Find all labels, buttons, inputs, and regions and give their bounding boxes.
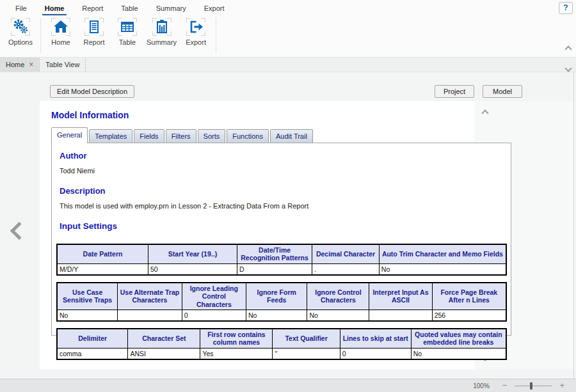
model-tab-general[interactable]: General (51, 127, 88, 143)
collapse-ribbon-chevron-icon[interactable] (566, 43, 571, 54)
description-heading: Description (60, 186, 511, 196)
column-header: Delimiter (57, 329, 128, 348)
description-value: This model is used with employ.prn in Le… (60, 202, 511, 210)
table-ribbon-button[interactable]: Table (111, 18, 144, 46)
column-header: Text Qualifier (273, 329, 340, 348)
document-tab-home[interactable]: Home× (0, 58, 40, 72)
column-header: Decimal Character (312, 244, 380, 263)
ribbon-buttons: OptionsHomeReportTableSummaryExport (0, 15, 576, 55)
zoom-in-button[interactable]: + (559, 382, 564, 389)
report-document-icon (84, 18, 104, 36)
table-value-row: M/D/Y50D.No (57, 263, 506, 275)
value-cell: comma (57, 348, 128, 359)
value-cell: . (312, 263, 380, 275)
menu-file[interactable]: File (13, 2, 29, 15)
gears-icon (11, 18, 30, 36)
menu-table[interactable]: Table (118, 2, 140, 15)
edit-model-description-button[interactable]: Edit Model Description (50, 85, 134, 98)
menu-export[interactable]: Export (202, 2, 227, 15)
author-heading: Author (60, 151, 511, 161)
value-cell: No (57, 310, 118, 321)
value-cell: No (307, 310, 369, 321)
right-edge-divider (573, 72, 574, 379)
ribbon-button-label: Export (186, 38, 206, 46)
menubar: FileHomeReportTableSummaryExport ? (0, 0, 576, 15)
model-tab-audit-trail[interactable]: Audit Trail (270, 129, 313, 143)
ribbon-group-separator (40, 18, 41, 53)
model-information-title: Model Information (51, 110, 514, 120)
value-cell: Yes (200, 348, 273, 359)
value-cell: ANSI (128, 348, 200, 359)
column-header: Use Case Sensitive Traps (57, 283, 118, 310)
input-settings-table-1: Date PatternStart Year (19..)Date/Time R… (56, 244, 507, 276)
scroll-up-chevron-icon[interactable] (481, 109, 488, 116)
table-value-row: No 0NoNo 256 (57, 310, 506, 321)
ribbon: FileHomeReportTableSummaryExport ? Optio… (0, 0, 576, 58)
export-arrow-icon (186, 18, 205, 36)
menu-items: FileHomeReportTableSummaryExport (6, 2, 233, 15)
table-header-row: Date PatternStart Year (19..)Date/Time R… (57, 244, 506, 263)
statusbar: 100% − + (0, 379, 576, 392)
document-tabbar: Home×Table View (0, 58, 576, 72)
zoom-slider[interactable] (515, 386, 552, 386)
model-tab-fields[interactable]: Fields (134, 129, 164, 143)
table-header-row: DelimiterCharacter SetFirst row contains… (57, 329, 506, 348)
ribbon-button-label: Summary (147, 38, 177, 46)
options-ribbon-button[interactable]: Options (4, 18, 37, 46)
column-header: Date Pattern (57, 244, 148, 263)
input-settings-heading: Input Settings (60, 221, 511, 231)
column-header: Interpret Input As ASCII (369, 283, 432, 310)
export-ribbon-button[interactable]: Export (179, 18, 212, 46)
model-button[interactable]: Model (483, 85, 522, 98)
menu-home[interactable]: Home (42, 2, 67, 15)
chevron-down-icon (564, 65, 572, 72)
model-tab-filters[interactable]: Filters (166, 129, 196, 143)
ribbon-button-label: Home (51, 38, 70, 46)
help-button[interactable]: ? (559, 2, 573, 14)
close-tab-icon[interactable]: × (29, 61, 33, 68)
document-tabs: Home×Table View (0, 58, 86, 72)
column-header: Auto Trim Character and Memo Fields (379, 244, 506, 263)
column-header: Start Year (19..) (148, 244, 237, 263)
value-cell: 0 (340, 348, 411, 359)
column-header: Use Alternate Trap Characters (118, 283, 182, 310)
input-settings-table-3: DelimiterCharacter SetFirst row contains… (56, 328, 507, 360)
value-cell: D (237, 263, 312, 275)
zoom-slider-handle[interactable] (530, 382, 532, 389)
zoom-out-button[interactable]: − (502, 382, 508, 389)
general-tab-panel: Author Todd Niemi Description This model… (51, 143, 511, 336)
home-ribbon-button[interactable]: Home (44, 18, 77, 46)
report-ribbon-button[interactable]: Report (77, 18, 111, 46)
ribbon-button-label: Table (119, 38, 136, 46)
project-button[interactable]: Project (435, 85, 474, 98)
value-cell: M/D/Y (57, 263, 148, 275)
model-tab-sorts[interactable]: Sorts (198, 129, 226, 143)
ribbon-group-separator (216, 18, 216, 53)
model-information-tabs: GeneralTemplatesFieldsFiltersSortsFuncti… (51, 129, 514, 143)
model-information-panel: Model Information GeneralTemplatesFields… (40, 101, 514, 370)
column-header: Ignore Leading Control Characters (182, 283, 246, 310)
previous-page-arrow[interactable] (13, 224, 26, 240)
column-header: Ignore Form Feeds (246, 283, 307, 310)
column-header: Force Page Break After n Lines (432, 283, 506, 310)
menu-report[interactable]: Report (79, 2, 106, 15)
summary-ribbon-button[interactable]: Summary (144, 18, 179, 46)
menu-summary[interactable]: Summary (154, 2, 189, 15)
model-tab-templates[interactable]: Templates (89, 129, 132, 143)
document-tab-label: Home (6, 61, 24, 68)
column-header: Lines to skip at start (340, 329, 411, 348)
zoom-controls: 100% − + (473, 379, 564, 392)
application-window: FileHomeReportTableSummaryExport ? Optio… (0, 0, 576, 392)
column-header: Character Set (128, 329, 200, 348)
value-cell: 50 (148, 263, 237, 275)
model-tab-functions[interactable]: Functions (227, 129, 269, 143)
column-header: Ignore Control Characters (307, 283, 369, 310)
document-tab-table-view[interactable]: Table View (40, 58, 86, 72)
value-cell (118, 310, 182, 321)
value-cell: 0 (182, 310, 246, 321)
table-value-row: commaANSIYes"0No (57, 348, 506, 359)
author-value: Todd Niemi (60, 167, 511, 175)
column-header: Date/Time Recognition Patterns (237, 244, 312, 263)
zoom-level-label: 100% (473, 382, 490, 389)
chevron-up-icon (564, 45, 572, 52)
